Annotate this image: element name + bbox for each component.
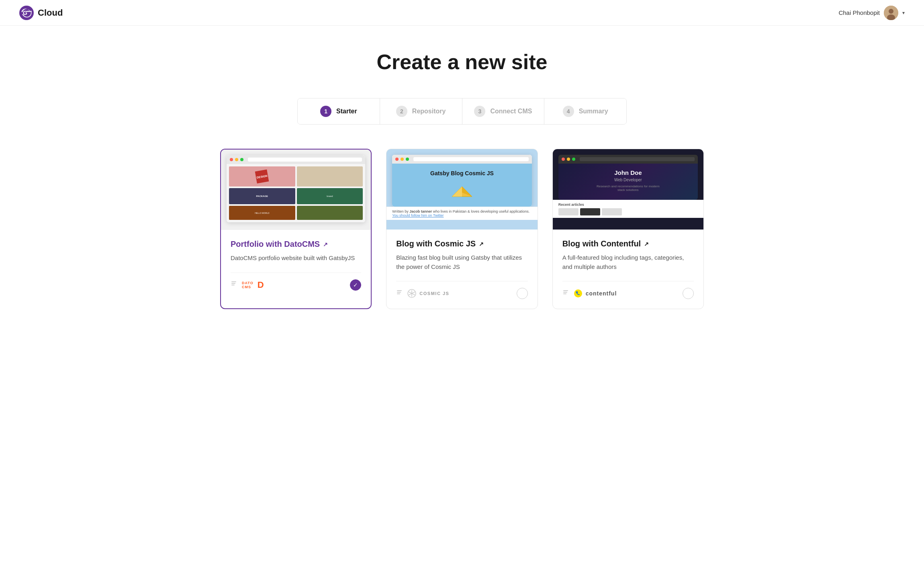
step-connect-cms[interactable]: 3 Connect CMS [462, 98, 545, 124]
card-cosmic-description: Blazing fast blog built using Gatsby tha… [396, 253, 527, 271]
card-cosmic-footer: COSMIC JS [396, 281, 527, 299]
contentful-cms-logo: contentful [562, 289, 617, 299]
steps-wizard: 1 Starter 2 Repository 3 Connect CMS 4 S… [297, 98, 627, 125]
external-link-icon: ↗ [323, 241, 328, 248]
svg-text:G: G [23, 10, 27, 16]
card-contentful-description: A full-featured blog including tags, cat… [562, 253, 694, 271]
svg-rect-6 [231, 283, 235, 284]
card-dato-preview: DESIGN PACKAGE brand HELLO WOR [221, 150, 371, 230]
step-summary[interactable]: 4 Summary [544, 98, 626, 124]
card-cosmic[interactable]: Gatsby Blog Cosmic JS Written by Jacob t… [386, 149, 538, 309]
card-dato[interactable]: DESIGN PACKAGE brand HELLO WOR [220, 149, 372, 309]
user-menu[interactable]: Chai Phonbopit ▾ [838, 6, 905, 20]
svg-rect-18 [563, 290, 568, 291]
chevron-down-icon: ▾ [902, 10, 905, 16]
svg-marker-10 [452, 187, 462, 197]
step-4-number: 4 [563, 106, 574, 117]
user-name: Chai Phonbopit [838, 9, 880, 16]
cosmic-icon [407, 289, 416, 298]
external-link-icon-contentful: ↗ [644, 241, 649, 247]
step-repository[interactable]: 2 Repository [380, 98, 462, 124]
contentful-icon [574, 289, 583, 298]
external-link-icon-cosmic: ↗ [479, 241, 484, 247]
card-dato-body: Portfolio with DatoCMS ↗ DatoCMS portfol… [221, 230, 371, 300]
step-1-number: 1 [320, 106, 331, 117]
step-starter[interactable]: 1 Starter [298, 98, 380, 124]
svg-rect-7 [231, 285, 235, 285]
step-4-label: Summary [579, 108, 608, 115]
select-button-cosmic[interactable] [517, 288, 528, 299]
card-cosmic-preview: Gatsby Blog Cosmic JS Written by Jacob t… [386, 149, 537, 230]
card-contentful-body: Blog with Contentful ↗ A full-featured b… [553, 230, 703, 309]
card-cosmic-body: Blog with Cosmic JS ↗ Blazing fast blog … [386, 230, 537, 309]
cards-area: DESIGN PACKAGE brand HELLO WOR [201, 149, 723, 333]
main-content: Create a new site 1 Starter 2 Repository… [0, 26, 924, 333]
svg-rect-5 [231, 281, 236, 282]
card-contentful-title: Blog with Contentful ↗ [562, 239, 694, 248]
edit-icon-contentful [562, 289, 570, 299]
svg-rect-19 [563, 292, 567, 293]
svg-point-3 [889, 9, 893, 14]
step-2-label: Repository [412, 108, 446, 115]
svg-rect-20 [563, 293, 566, 294]
navbar: G Cloud Chai Phonbopit ▾ [0, 0, 924, 26]
edit-icon-cosmic [396, 289, 404, 299]
card-dato-title: Portfolio with DatoCMS ↗ [231, 240, 361, 249]
card-dato-description: DatoCMS portfolio website built with Gat… [231, 254, 361, 263]
dato-cms-logo: DATO CMS D [231, 280, 264, 290]
step-3-number: 3 [474, 106, 485, 117]
card-cosmic-title: Blog with Cosmic JS ↗ [396, 239, 527, 248]
svg-point-21 [574, 289, 582, 297]
select-button-dato[interactable]: ✓ [350, 279, 361, 291]
card-contentful-footer: contentful [562, 281, 694, 299]
cards-grid: DESIGN PACKAGE brand HELLO WOR [220, 149, 704, 309]
step-1-label: Starter [336, 108, 357, 115]
avatar [884, 6, 898, 20]
logo[interactable]: G Cloud [19, 6, 63, 20]
gatsby-logo-icon: G [19, 6, 34, 20]
cosmic-cms-logo: COSMIC JS [396, 289, 449, 299]
svg-rect-12 [397, 292, 401, 293]
card-dato-footer: DATO CMS D ✓ [231, 273, 361, 291]
step-3-label: Connect CMS [490, 108, 532, 115]
card-contentful-preview: John Doe Web Developer Research and reco… [553, 149, 703, 230]
card-contentful[interactable]: John Doe Web Developer Research and reco… [552, 149, 704, 309]
select-button-contentful[interactable] [683, 288, 694, 299]
edit-icon [231, 280, 239, 290]
logo-text: Cloud [38, 8, 63, 18]
page-title: Create a new site [377, 50, 548, 74]
svg-rect-11 [397, 290, 402, 291]
step-2-number: 2 [396, 106, 407, 117]
svg-rect-13 [397, 293, 400, 294]
